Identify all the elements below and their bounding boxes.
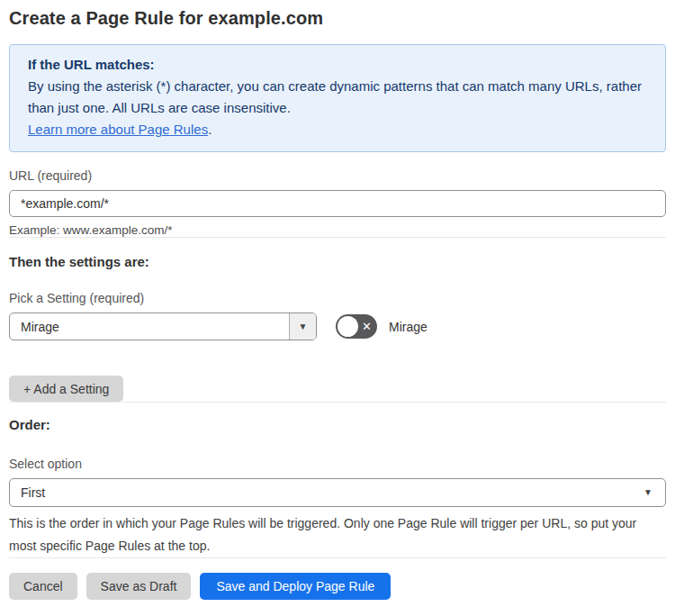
- url-match-info-box: If the URL matches: By using the asteris…: [9, 44, 666, 152]
- cancel-button[interactable]: Cancel: [9, 573, 77, 600]
- settings-section-heading: Then the settings are:: [9, 254, 666, 269]
- url-input[interactable]: [9, 190, 666, 217]
- order-section-heading: Order:: [9, 417, 666, 432]
- save-as-draft-button[interactable]: Save as Draft: [86, 573, 192, 600]
- order-description: This is the order in which your Page Rul…: [9, 512, 666, 557]
- order-select-label: Select option: [9, 457, 666, 471]
- info-box-heading: If the URL matches:: [28, 54, 647, 76]
- info-box-link-line: Learn more about Page Rules.: [28, 119, 647, 140]
- order-select-value: First: [21, 485, 45, 500]
- url-field-hint: Example: www.example.com/*: [9, 223, 666, 237]
- save-and-deploy-button[interactable]: Save and Deploy Page Rule: [200, 573, 391, 600]
- setting-select-arrow-button[interactable]: ▼: [289, 313, 316, 340]
- footer-divider: [9, 557, 666, 558]
- info-box-body: By using the asterisk (*) character, you…: [28, 76, 647, 119]
- toggle-knob: [338, 316, 358, 337]
- order-select[interactable]: First ▼: [9, 478, 666, 507]
- setting-select[interactable]: Mirage ▼: [9, 313, 317, 340]
- learn-more-link[interactable]: Learn more about Page Rules: [28, 122, 208, 137]
- toggle-label: Mirage: [389, 320, 428, 334]
- add-setting-button[interactable]: + Add a Setting: [9, 376, 123, 402]
- link-period: .: [208, 122, 212, 137]
- setting-select-value: Mirage: [10, 313, 289, 340]
- chevron-down-icon: ▼: [644, 488, 652, 497]
- setting-picker-row: Mirage ▼ ✕ Mirage: [9, 313, 666, 340]
- pick-setting-label: Pick a Setting (required): [9, 291, 666, 305]
- url-field-label: URL (required): [9, 168, 666, 183]
- mirage-toggle[interactable]: ✕: [336, 314, 377, 339]
- toggle-off-x-icon: ✕: [362, 321, 372, 332]
- section-divider: [9, 402, 666, 403]
- chevron-down-icon: ▼: [299, 322, 308, 331]
- section-divider: [9, 237, 666, 238]
- page-title: Create a Page Rule for example.com: [9, 8, 666, 29]
- footer-button-row: Cancel Save as Draft Save and Deploy Pag…: [9, 573, 666, 600]
